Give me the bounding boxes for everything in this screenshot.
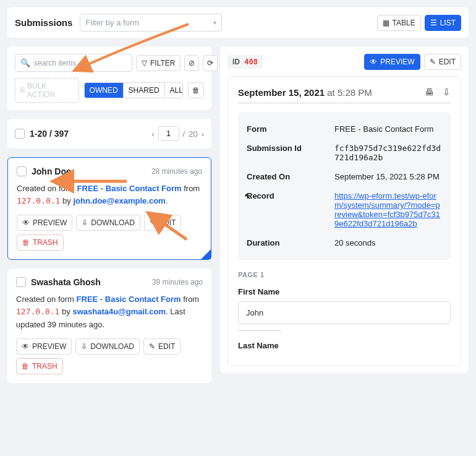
eye-icon: 👁	[22, 342, 29, 351]
segment-owned[interactable]: OWNED	[85, 83, 124, 98]
select-item-checkbox[interactable]	[16, 277, 26, 287]
pencil-icon: ✎	[430, 58, 436, 66]
page-title: Submissions	[15, 17, 72, 28]
view-table-button[interactable]: ▦ TABLE	[377, 15, 421, 31]
first-name-label: First Name	[238, 287, 451, 296]
search-icon: 🔍	[20, 58, 30, 67]
submission-name: John Doe	[32, 166, 71, 176]
detail-panel-wrap: ID 408 👁 PREVIEW ✎ EDIT September 15, 20…	[220, 46, 469, 373]
download-button[interactable]: ⇩ DOWNLOAD	[75, 338, 140, 355]
trash-button[interactable]: 🗑 TRASH	[17, 234, 64, 251]
page-section-label: PAGE 1	[238, 271, 451, 278]
email-link[interactable]: swashata4u@gmail.com	[72, 307, 166, 316]
cursor-icon: ↖	[244, 191, 252, 201]
submission-card[interactable]: Swashata Ghosh 39 minutes ago Created on…	[7, 269, 211, 382]
next-page-button[interactable]: ›	[202, 129, 204, 139]
download-icon: ⇩	[82, 218, 88, 227]
trash-filter-button[interactable]: 🗑	[188, 82, 204, 98]
topbar: Submissions Filter by a form ▾ ▦ TABLE ☰…	[7, 7, 469, 38]
trash-icon: 🗑	[22, 238, 30, 247]
trash-icon: 🗑	[192, 86, 200, 95]
view-toggle: ▦ TABLE ☰ LIST	[377, 15, 461, 31]
bulk-icon: ⎘	[20, 86, 25, 95]
page-sep: /	[183, 129, 185, 139]
download-button[interactable]: ⇩ DOWNLOAD	[76, 215, 140, 231]
download-icon[interactable]: ⇩	[443, 87, 451, 98]
list-icon: ☰	[430, 19, 437, 27]
edit-button[interactable]: ✎ EDIT	[144, 215, 181, 231]
select-all-checkbox[interactable]	[15, 129, 25, 139]
meta-box: Form FREE - Basic Contact Form Submissio…	[238, 112, 451, 260]
form-link[interactable]: FREE - Basic Contact Form	[77, 184, 182, 193]
preview-button[interactable]: 👁 PREVIEW	[17, 215, 72, 231]
submission-summary: Created on form FREE - Basic Contact For…	[17, 183, 202, 207]
form-link[interactable]: FREE - Basic Contact Form	[77, 295, 181, 304]
filter-button[interactable]: ▽ FILTER	[136, 55, 181, 71]
meta-created-label: Created On	[247, 172, 327, 181]
select-item-checkbox[interactable]	[17, 166, 27, 176]
search-input-wrap[interactable]: 🔍	[15, 54, 132, 72]
detail-panel: September 15, 2021 at 5:28 PM 🖶 ⇩ Form F…	[227, 76, 461, 366]
first-name-value: John	[238, 301, 451, 324]
download-icon: ⇩	[81, 342, 87, 351]
pagination-range: 1-20 / 397	[30, 129, 69, 139]
segment-all[interactable]: ALL	[165, 83, 183, 98]
meta-sid-value: fcf3b975d7c319e622fd3d721d196a2b	[334, 144, 442, 162]
meta-form-value: FREE - Basic Contact Form	[334, 124, 442, 134]
page-input[interactable]	[158, 126, 179, 141]
refresh-button[interactable]: ⟳	[203, 55, 218, 71]
meta-duration-value: 20 seconds	[334, 238, 442, 247]
page-total: 20	[189, 129, 197, 139]
submission-date: September 15, 2021 at 5:28 PM 🖶 ⇩	[238, 87, 451, 98]
email-link[interactable]: john.doe@example.com	[73, 196, 165, 205]
meta-duration-label: Duration	[247, 238, 327, 247]
form-filter-placeholder: Filter by a form	[85, 18, 139, 27]
pencil-icon: ✎	[150, 218, 156, 227]
submission-time: 28 minutes ago	[151, 167, 202, 176]
print-icon[interactable]: 🖶	[425, 87, 434, 98]
view-list-button[interactable]: ☰ LIST	[425, 15, 461, 31]
table-icon: ▦	[383, 19, 389, 27]
id-label: ID	[232, 58, 240, 66]
refresh-icon: ⟳	[207, 59, 213, 67]
submission-time: 39 minutes ago	[152, 278, 203, 286]
meta-sid-label: Submission Id	[247, 144, 327, 162]
detail-edit-button[interactable]: ✎ EDIT	[424, 54, 461, 70]
prev-page-button[interactable]: ‹	[151, 129, 154, 139]
eye-icon: 👁	[22, 218, 30, 227]
detail-preview-button[interactable]: 👁 PREVIEW	[364, 54, 420, 70]
submission-card[interactable]: John Doe 28 minutes ago Created on form …	[7, 157, 211, 260]
meta-record-label: Record	[247, 191, 327, 228]
edit-button[interactable]: ✎ EDIT	[143, 338, 181, 355]
pencil-icon: ✎	[149, 342, 155, 351]
pagination-panel: 1-20 / 397 ‹ / 20 ›	[7, 119, 211, 148]
funnel-icon: ▽	[142, 59, 147, 67]
ip-address: 127.0.0.1	[17, 196, 60, 205]
form-filter-select[interactable]: Filter by a form ▾	[80, 14, 222, 32]
eye-icon: 👁	[370, 58, 377, 66]
preview-button[interactable]: 👁 PREVIEW	[16, 338, 72, 355]
ip-address: 127.0.0.1	[16, 307, 59, 316]
segment-shared[interactable]: SHARED	[124, 83, 165, 98]
submission-id-pill: ID 408	[227, 55, 263, 69]
ownership-segmented: OWNED SHARED ALL	[84, 82, 183, 98]
clear-icon: ⊘	[189, 59, 195, 67]
id-value: 408	[244, 58, 258, 66]
submission-name: Swashata Ghosh	[31, 277, 101, 287]
filter-panel: 🔍 ▽ FILTER ⊘ ⟳ ⎘ BULK ACTION	[7, 46, 211, 110]
meta-record-value: https://wp-eform.test/wp-eform/system/su…	[334, 191, 442, 228]
bulk-action-button[interactable]: ⎘ BULK ACTION	[15, 78, 79, 103]
trash-icon: 🗑	[22, 362, 29, 371]
meta-created-value: September 15, 2021 5:28 PM	[334, 172, 442, 181]
last-name-label: Last Name	[238, 341, 451, 350]
search-input[interactable]	[34, 59, 127, 67]
trash-button[interactable]: 🗑 TRASH	[16, 358, 63, 374]
clear-filter-button[interactable]: ⊘	[184, 55, 199, 71]
chevron-down-icon: ▾	[213, 19, 216, 26]
record-link[interactable]: https://wp-eform.test/wp-eform/system/su…	[334, 191, 440, 228]
submission-summary: Created on form FREE - Basic Contact For…	[16, 293, 203, 330]
meta-form-label: Form	[247, 124, 327, 134]
